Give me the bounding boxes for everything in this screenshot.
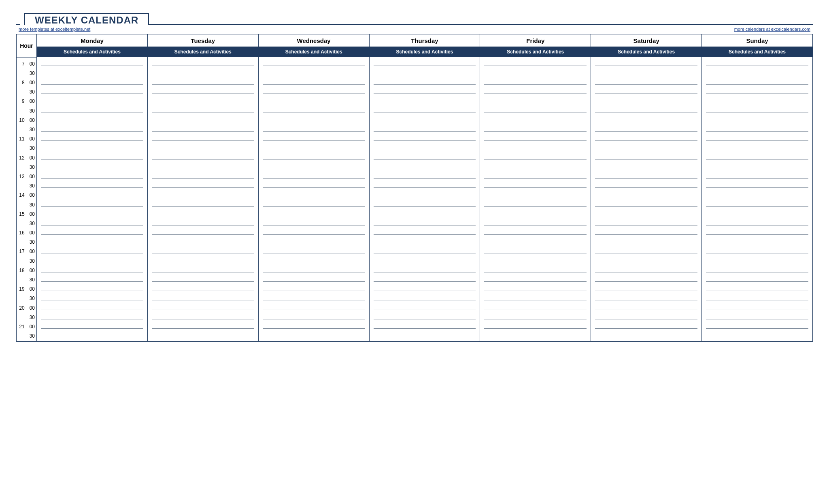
slot-thursday-20-30[interactable] (369, 311, 480, 320)
slot-sunday-7-30[interactable] (702, 67, 813, 76)
slot-wednesday-13-00[interactable] (258, 170, 369, 179)
slot-sunday-14-30[interactable] (702, 198, 813, 207)
slot-saturday-19-00[interactable] (591, 283, 702, 292)
slot-friday-11-30[interactable] (480, 142, 591, 151)
slot-tuesday-16-00[interactable] (147, 226, 258, 236)
slot-saturday-12-00[interactable] (591, 151, 702, 160)
slot-friday-12-00[interactable] (480, 151, 591, 160)
slot-thursday-15-30[interactable] (369, 217, 480, 226)
slot-friday-20-00[interactable] (480, 301, 591, 310)
slot-tuesday-21-00[interactable] (147, 320, 258, 330)
slot-wednesday-20-30[interactable] (258, 311, 369, 320)
slot-tuesday-17-00[interactable] (147, 245, 258, 254)
slot-saturday-16-30[interactable] (591, 236, 702, 245)
slot-sunday-17-00[interactable] (702, 245, 813, 254)
slot-monday-8-30[interactable] (37, 85, 148, 95)
slot-tuesday-17-30[interactable] (147, 254, 258, 264)
slot-tuesday-11-00[interactable] (147, 132, 258, 142)
slot-thursday-8-00[interactable] (369, 76, 480, 85)
slot-thursday-12-00[interactable] (369, 151, 480, 160)
slot-tuesday-18-00[interactable] (147, 264, 258, 273)
slot-thursday-10-30[interactable] (369, 123, 480, 132)
slot-wednesday-14-00[interactable] (258, 189, 369, 198)
slot-sunday-7-00[interactable] (702, 57, 813, 67)
slot-tuesday-19-30[interactable] (147, 292, 258, 301)
slot-monday-19-30[interactable] (37, 292, 148, 301)
slot-sunday-18-00[interactable] (702, 264, 813, 273)
slot-monday-20-00[interactable] (37, 301, 148, 310)
slot-tuesday-14-00[interactable] (147, 189, 258, 198)
slot-monday-10-30[interactable] (37, 123, 148, 132)
slot-tuesday-12-30[interactable] (147, 161, 258, 170)
slot-monday-18-00[interactable] (37, 264, 148, 273)
slot-friday-8-30[interactable] (480, 85, 591, 95)
slot-saturday-17-30[interactable] (591, 254, 702, 264)
slot-saturday-8-00[interactable] (591, 76, 702, 85)
slot-tuesday-12-00[interactable] (147, 151, 258, 160)
slot-monday-15-30[interactable] (37, 217, 148, 226)
slot-monday-13-30[interactable] (37, 179, 148, 189)
slot-friday-18-30[interactable] (480, 273, 591, 283)
slot-wednesday-17-00[interactable] (258, 245, 369, 254)
more-templates-link[interactable]: more templates at exceltemplate.net (19, 27, 90, 32)
slot-sunday-10-00[interactable] (702, 114, 813, 123)
slot-wednesday-8-30[interactable] (258, 85, 369, 95)
slot-monday-13-00[interactable] (37, 170, 148, 179)
slot-sunday-11-00[interactable] (702, 132, 813, 142)
slot-wednesday-9-30[interactable] (258, 104, 369, 113)
slot-sunday-10-30[interactable] (702, 123, 813, 132)
slot-tuesday-18-30[interactable] (147, 273, 258, 283)
slot-wednesday-8-00[interactable] (258, 76, 369, 85)
slot-thursday-17-30[interactable] (369, 254, 480, 264)
slot-wednesday-14-30[interactable] (258, 198, 369, 207)
slot-monday-7-30[interactable] (37, 67, 148, 76)
slot-monday-10-00[interactable] (37, 114, 148, 123)
slot-thursday-18-00[interactable] (369, 264, 480, 273)
slot-friday-15-00[interactable] (480, 208, 591, 217)
slot-sunday-16-30[interactable] (702, 236, 813, 245)
slot-friday-19-30[interactable] (480, 292, 591, 301)
slot-wednesday-16-30[interactable] (258, 236, 369, 245)
slot-friday-9-00[interactable] (480, 95, 591, 104)
slot-wednesday-20-00[interactable] (258, 301, 369, 310)
slot-monday-18-30[interactable] (37, 273, 148, 283)
slot-friday-8-00[interactable] (480, 76, 591, 85)
slot-thursday-7-00[interactable] (369, 57, 480, 67)
slot-thursday-18-30[interactable] (369, 273, 480, 283)
slot-tuesday-9-00[interactable] (147, 95, 258, 104)
slot-thursday-21-30[interactable] (369, 330, 480, 342)
slot-sunday-9-00[interactable] (702, 95, 813, 104)
slot-thursday-9-00[interactable] (369, 95, 480, 104)
slot-friday-18-00[interactable] (480, 264, 591, 273)
slot-thursday-9-30[interactable] (369, 104, 480, 113)
slot-saturday-10-30[interactable] (591, 123, 702, 132)
slot-sunday-20-30[interactable] (702, 311, 813, 320)
slot-friday-13-30[interactable] (480, 179, 591, 189)
slot-friday-16-30[interactable] (480, 236, 591, 245)
slot-thursday-11-30[interactable] (369, 142, 480, 151)
slot-saturday-21-30[interactable] (591, 330, 702, 342)
slot-wednesday-15-00[interactable] (258, 208, 369, 217)
slot-thursday-19-00[interactable] (369, 283, 480, 292)
slot-monday-19-00[interactable] (37, 283, 148, 292)
slot-tuesday-10-00[interactable] (147, 114, 258, 123)
slot-wednesday-19-30[interactable] (258, 292, 369, 301)
slot-monday-17-00[interactable] (37, 245, 148, 254)
slot-tuesday-20-00[interactable] (147, 301, 258, 310)
slot-wednesday-13-30[interactable] (258, 179, 369, 189)
slot-thursday-21-00[interactable] (369, 320, 480, 330)
slot-saturday-17-00[interactable] (591, 245, 702, 254)
slot-saturday-7-30[interactable] (591, 67, 702, 76)
slot-sunday-14-00[interactable] (702, 189, 813, 198)
slot-wednesday-16-00[interactable] (258, 226, 369, 236)
slot-friday-10-30[interactable] (480, 123, 591, 132)
slot-monday-16-00[interactable] (37, 226, 148, 236)
slot-thursday-16-00[interactable] (369, 226, 480, 236)
slot-thursday-13-00[interactable] (369, 170, 480, 179)
slot-monday-11-30[interactable] (37, 142, 148, 151)
slot-monday-20-30[interactable] (37, 311, 148, 320)
slot-friday-20-30[interactable] (480, 311, 591, 320)
slot-friday-15-30[interactable] (480, 217, 591, 226)
slot-wednesday-12-00[interactable] (258, 151, 369, 160)
slot-saturday-13-00[interactable] (591, 170, 702, 179)
